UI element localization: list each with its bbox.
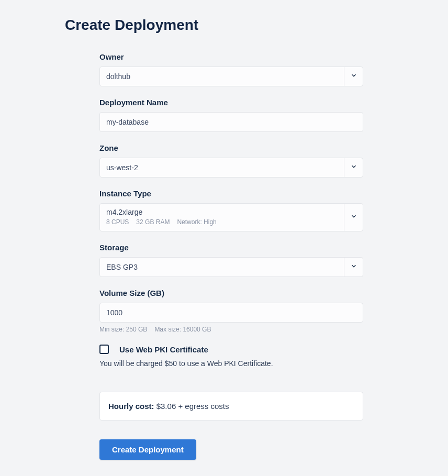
storage-select[interactable]: EBS GP3 <box>99 257 363 277</box>
zone-caret-box <box>344 158 363 177</box>
volume-size-input[interactable] <box>100 303 363 322</box>
volume-max-hint: Max size: 16000 GB <box>154 326 211 333</box>
cost-box: Hourly cost: $3.06 + egress costs <box>99 392 363 420</box>
owner-field: Owner dolthub <box>99 52 363 86</box>
deployment-name-field: Deployment Name <box>99 98 363 132</box>
pki-label: Use Web PKI Certificate <box>119 345 208 354</box>
deployment-name-input[interactable] <box>100 113 363 131</box>
instance-type-field: Instance Type m4.2xlarge 8 CPUS 32 GB RA… <box>99 189 363 231</box>
deployment-name-input-wrap <box>99 112 363 132</box>
create-deployment-button[interactable]: Create Deployment <box>99 439 196 460</box>
chevron-down-icon <box>350 262 357 272</box>
pki-field: Use Web PKI Certificate You will be char… <box>99 345 363 368</box>
deployment-name-label: Deployment Name <box>99 98 363 107</box>
deployment-form: Owner dolthub Deployment Name Zone us-we… <box>99 52 363 460</box>
pki-row: Use Web PKI Certificate <box>99 345 363 354</box>
storage-field: Storage EBS GP3 <box>99 243 363 277</box>
page-title: Create Deployment <box>65 17 448 34</box>
instance-network: Network: High <box>177 218 216 226</box>
instance-type-meta: 8 CPUS 32 GB RAM Network: High <box>106 218 338 226</box>
submit-row: Create Deployment <box>99 439 363 460</box>
pki-checkbox[interactable] <box>99 345 109 354</box>
instance-ram: 32 GB RAM <box>136 218 170 226</box>
instance-type-select[interactable]: m4.2xlarge 8 CPUS 32 GB RAM Network: Hig… <box>99 203 363 231</box>
instance-type-value: m4.2xlarge <box>106 208 338 216</box>
volume-size-label: Volume Size (GB) <box>99 289 363 297</box>
instance-type-label: Instance Type <box>99 189 363 198</box>
volume-size-field: Volume Size (GB) Min size: 250 GB Max si… <box>99 289 363 333</box>
owner-label: Owner <box>99 52 363 61</box>
volume-min-hint: Min size: 250 GB <box>99 326 147 333</box>
storage-caret-box <box>344 258 363 276</box>
instance-caret-box <box>344 204 363 231</box>
chevron-down-icon <box>350 163 357 172</box>
storage-value: EBS GP3 <box>100 258 344 276</box>
instance-type-body: m4.2xlarge 8 CPUS 32 GB RAM Network: Hig… <box>100 204 344 231</box>
zone-value: us-west-2 <box>100 158 344 177</box>
owner-caret-box <box>344 67 363 86</box>
pki-note: You will be charged $50 to use a Web PKI… <box>99 359 363 368</box>
owner-value: dolthub <box>100 67 344 86</box>
chevron-down-icon <box>350 72 357 81</box>
cost-amount: $3.06 + egress costs <box>156 402 229 411</box>
cost-label: Hourly cost: <box>108 402 154 411</box>
zone-field: Zone us-west-2 <box>99 143 363 178</box>
instance-cpus: 8 CPUS <box>106 218 129 226</box>
owner-select[interactable]: dolthub <box>99 67 363 86</box>
volume-size-hint: Min size: 250 GB Max size: 16000 GB <box>99 326 363 333</box>
volume-size-input-wrap <box>99 303 363 323</box>
zone-select[interactable]: us-west-2 <box>99 158 363 178</box>
chevron-down-icon <box>350 213 357 222</box>
storage-label: Storage <box>99 243 363 252</box>
zone-label: Zone <box>99 143 363 152</box>
